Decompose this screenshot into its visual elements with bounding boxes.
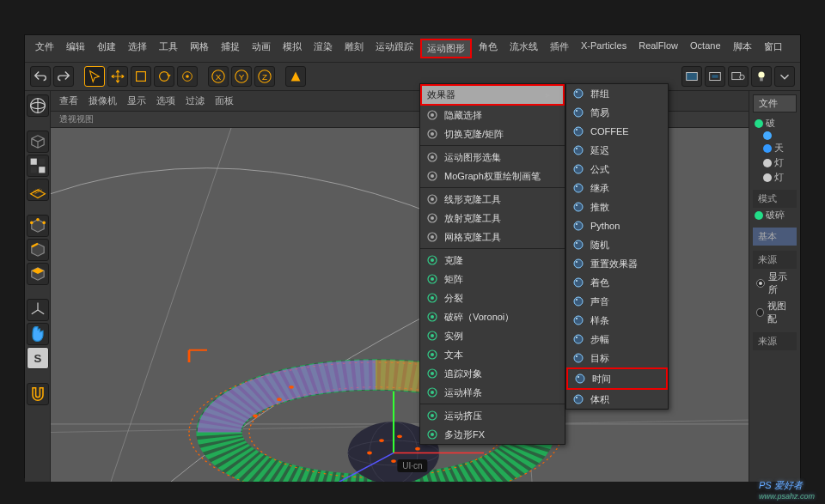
rotate-tool[interactable] xyxy=(154,66,174,87)
effector-目标[interactable]: 目标 xyxy=(566,349,668,367)
menu-item-放射克隆工具[interactable]: 放射克隆工具 xyxy=(420,209,565,228)
effector-群组[interactable]: 群组 xyxy=(566,84,668,103)
select-tool[interactable] xyxy=(84,66,105,87)
tweak-mode[interactable] xyxy=(27,323,49,345)
menu-item-多边形FX[interactable]: 多边形FX xyxy=(420,425,565,444)
menu-item-隐藏选择[interactable]: 隐藏选择 xyxy=(420,106,565,124)
poly-mode[interactable] xyxy=(27,263,49,285)
menu-item-实例[interactable]: 实例 xyxy=(420,326,565,345)
menu-雕刻[interactable]: 雕刻 xyxy=(339,39,369,58)
model-mode[interactable] xyxy=(27,131,49,153)
vp-menu-面板[interactable]: 面板 xyxy=(215,94,234,107)
render-pv[interactable] xyxy=(728,66,749,87)
menu-角色[interactable]: 角色 xyxy=(474,39,503,58)
move-tool[interactable] xyxy=(107,66,128,87)
menu-item-文本[interactable]: 文本 xyxy=(420,345,565,364)
effector-时间[interactable]: 时间 xyxy=(566,367,668,390)
menu-item-克隆[interactable]: 克隆 xyxy=(420,251,565,270)
effector-样条[interactable]: 样条 xyxy=(566,311,668,330)
radio-view-config[interactable]: 视图配 xyxy=(753,298,797,327)
more-icon[interactable] xyxy=(774,66,795,87)
vp-menu-选项[interactable]: 选项 xyxy=(156,94,175,107)
radio-show-all[interactable]: 显示所 xyxy=(753,269,797,298)
svg-rect-20 xyxy=(39,159,45,165)
menu-item-运动图形选集[interactable]: 运动图形选集 xyxy=(420,148,565,167)
tree-item[interactable] xyxy=(753,131,797,141)
menu-item-运动挤压[interactable]: 运动挤压 xyxy=(420,406,565,425)
point-mode[interactable] xyxy=(27,215,49,237)
effector-延迟[interactable]: 延迟 xyxy=(566,141,668,160)
menu-item-网格克隆工具[interactable]: 网格克隆工具 xyxy=(420,228,565,246)
vp-menu-过滤[interactable]: 过滤 xyxy=(186,94,205,107)
undo-button[interactable] xyxy=(30,66,51,87)
menu-动画[interactable]: 动画 xyxy=(247,39,276,58)
effector-Python[interactable]: Python xyxy=(566,216,668,235)
axis-y[interactable]: Y xyxy=(231,66,252,87)
effector-体积[interactable]: 体积 xyxy=(566,390,668,409)
menu-编辑[interactable]: 编辑 xyxy=(61,39,90,58)
axis-z[interactable]: Z xyxy=(254,66,275,87)
coord-button[interactable] xyxy=(285,66,306,87)
tree-item[interactable]: 破 xyxy=(753,116,797,131)
vp-menu-显示[interactable]: 显示 xyxy=(127,94,146,107)
magnet-icon[interactable] xyxy=(27,383,49,405)
menu-RealFlow[interactable]: RealFlow xyxy=(633,39,683,58)
menu-X-Particles[interactable]: X-Particles xyxy=(576,39,632,58)
menu-item-破碎（Voronoi）[interactable]: 破碎（Voronoi） xyxy=(420,307,565,326)
menu-item-MoGraph权重绘制画笔[interactable]: MoGraph权重绘制画笔 xyxy=(420,167,565,185)
menu-item-分裂[interactable]: 分裂 xyxy=(420,288,565,307)
render-button[interactable] xyxy=(681,66,702,87)
basic-tab[interactable]: 基本 xyxy=(753,228,797,246)
effector-步幅[interactable]: 步幅 xyxy=(566,330,668,349)
menu-item-矩阵[interactable]: 矩阵 xyxy=(420,270,565,288)
snap-toggle[interactable]: S xyxy=(27,347,49,369)
menu-脚本[interactable]: 脚本 xyxy=(728,39,757,58)
tree-item[interactable]: 灯 xyxy=(753,170,797,185)
effector-COFFEE[interactable]: COFFEE xyxy=(566,122,668,141)
vp-menu-摄像机[interactable]: 摄像机 xyxy=(89,94,117,107)
effector-着色[interactable]: 着色 xyxy=(566,273,668,292)
effector-重置效果器[interactable]: 重置效果器 xyxy=(566,254,668,273)
menu-插件[interactable]: 插件 xyxy=(545,39,574,58)
menu-运动图形[interactable]: 运动图形 xyxy=(420,39,472,58)
effector-简易[interactable]: 简易 xyxy=(566,103,668,122)
tree-item[interactable]: 天 xyxy=(753,141,797,155)
globe-icon[interactable] xyxy=(27,94,49,117)
effector-声音[interactable]: 声音 xyxy=(566,292,668,311)
effector-继承[interactable]: 继承 xyxy=(566,179,668,197)
workplane-mode[interactable] xyxy=(27,179,49,201)
menu-文件[interactable]: 文件 xyxy=(30,39,59,58)
menu-流水线[interactable]: 流水线 xyxy=(504,39,543,58)
edge-mode[interactable] xyxy=(27,239,49,261)
menu-Octane[interactable]: Octane xyxy=(685,39,725,58)
menu-捕捉[interactable]: 捕捉 xyxy=(216,39,245,58)
menu-item-线形克隆工具[interactable]: 线形克隆工具 xyxy=(420,190,565,209)
menu-网格[interactable]: 网格 xyxy=(185,39,214,58)
axis-x[interactable]: X xyxy=(208,66,229,87)
menu-item-追踪对象[interactable]: 追踪对象 xyxy=(420,364,565,383)
vp-menu-查看[interactable]: 查看 xyxy=(59,94,78,107)
effector-推散[interactable]: 推散 xyxy=(566,197,668,216)
tree-item[interactable]: 灯 xyxy=(753,155,797,170)
files-tab[interactable]: 文件 xyxy=(753,94,797,112)
menu-窗口[interactable]: 窗口 xyxy=(759,39,788,58)
mode-section-label: 模式 xyxy=(753,190,797,208)
redo-button[interactable] xyxy=(53,66,74,87)
axis-toggle[interactable] xyxy=(27,299,49,321)
menu-渲染[interactable]: 渲染 xyxy=(309,39,338,58)
menu-选择[interactable]: 选择 xyxy=(123,39,152,58)
light-icon[interactable] xyxy=(751,66,772,87)
scale-tool[interactable] xyxy=(131,66,151,87)
menu-创建[interactable]: 创建 xyxy=(92,39,121,58)
menu-item-切换克隆/矩阵[interactable]: 切换克隆/矩阵 xyxy=(420,124,565,143)
effector-公式[interactable]: 公式 xyxy=(566,160,668,179)
effector-随机[interactable]: 随机 xyxy=(566,235,668,254)
menu-item-运动样条[interactable]: 运动样条 xyxy=(420,383,565,402)
effectors-submenu[interactable]: 效果器▸ xyxy=(420,84,565,106)
menu-运动跟踪[interactable]: 运动跟踪 xyxy=(370,39,419,58)
render-region[interactable] xyxy=(705,66,725,87)
menu-模拟[interactable]: 模拟 xyxy=(278,39,307,58)
recent-tool[interactable] xyxy=(177,66,198,87)
menu-工具[interactable]: 工具 xyxy=(154,39,183,58)
texture-mode[interactable] xyxy=(27,155,49,177)
